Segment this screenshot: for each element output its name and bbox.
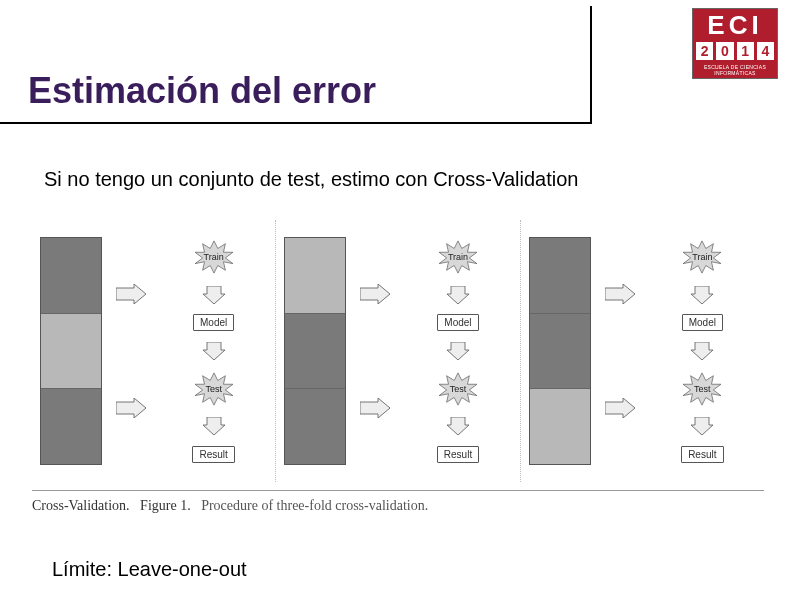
flow-column: Train Model Test Result xyxy=(404,237,511,465)
flow-column: Train Model Test Result xyxy=(160,237,267,465)
down-arrow-icon xyxy=(203,286,225,304)
result-box: Result xyxy=(681,446,723,463)
fold-segment-test xyxy=(41,314,101,390)
test-burst: Test xyxy=(680,371,724,407)
fold-segment-train xyxy=(285,389,345,464)
fold-segment-train xyxy=(530,314,590,390)
title-vertical-rule xyxy=(590,6,592,124)
logo-year: 2 0 1 4 xyxy=(693,40,777,63)
fold-stack xyxy=(284,237,346,465)
model-box: Model xyxy=(682,314,723,331)
result-box: Result xyxy=(192,446,234,463)
logo-acronym: ECI xyxy=(693,9,777,40)
logo-caption: ESCUELA DE CIENCIAS INFORMÁTICAS xyxy=(693,63,777,78)
arrow-to-test xyxy=(605,398,635,418)
title-underline xyxy=(0,122,590,124)
result-box: Result xyxy=(437,446,479,463)
logo-year-digit: 1 xyxy=(737,42,754,60)
arrow-to-test xyxy=(116,398,146,418)
down-arrow-icon xyxy=(447,417,469,435)
fold-segment-train xyxy=(41,238,101,314)
down-arrow-icon xyxy=(447,286,469,304)
down-arrow-icon xyxy=(691,286,713,304)
logo-year-digit: 2 xyxy=(696,42,713,60)
fold-segment-train xyxy=(41,389,101,464)
caption-fig: Figure 1. xyxy=(140,498,191,513)
figure-caption: Cross-Validation. Figure 1. Procedure of… xyxy=(32,498,428,514)
train-burst: Train xyxy=(680,239,724,275)
down-arrow-icon xyxy=(203,417,225,435)
fold-segment-train xyxy=(285,314,345,390)
caption-rule xyxy=(32,490,764,491)
fold-panel: Train Model Test Result xyxy=(276,220,520,482)
arrow-column xyxy=(360,237,390,465)
down-arrow-icon xyxy=(203,342,225,360)
fold-segment-train xyxy=(530,238,590,314)
fold-panel: Train Model Test Result xyxy=(32,220,276,482)
test-burst: Test xyxy=(192,371,236,407)
cross-validation-diagram: Train Model Test Result Train Model Test xyxy=(32,220,764,482)
logo-year-digit: 0 xyxy=(716,42,733,60)
fold-segment-test xyxy=(285,238,345,314)
model-box: Model xyxy=(437,314,478,331)
arrow-to-train xyxy=(360,284,390,304)
arrow-to-train xyxy=(116,284,146,304)
flow-column: Train Model Test Result xyxy=(649,237,756,465)
slide-title: Estimación del error xyxy=(28,70,376,112)
logo-year-digit: 4 xyxy=(757,42,774,60)
train-burst: Train xyxy=(192,239,236,275)
fold-stack xyxy=(529,237,591,465)
down-arrow-icon xyxy=(691,342,713,360)
train-burst: Train xyxy=(436,239,480,275)
arrow-to-train xyxy=(605,284,635,304)
model-box: Model xyxy=(193,314,234,331)
fold-segment-test xyxy=(530,389,590,464)
down-arrow-icon xyxy=(691,417,713,435)
caption-text: Procedure of three-fold cross-validation… xyxy=(201,498,428,513)
footer-note: Límite: Leave-one-out xyxy=(52,558,247,581)
arrow-column xyxy=(605,237,635,465)
down-arrow-icon xyxy=(447,342,469,360)
fold-panel: Train Model Test Result xyxy=(521,220,764,482)
slide-subtitle: Si no tengo un conjunto de test, estimo … xyxy=(44,168,578,191)
eci-logo: ECI 2 0 1 4 ESCUELA DE CIENCIAS INFORMÁT… xyxy=(692,8,778,79)
arrow-to-test xyxy=(360,398,390,418)
arrow-column xyxy=(116,237,146,465)
test-burst: Test xyxy=(436,371,480,407)
fold-stack xyxy=(40,237,102,465)
caption-lead: Cross-Validation. xyxy=(32,498,130,513)
